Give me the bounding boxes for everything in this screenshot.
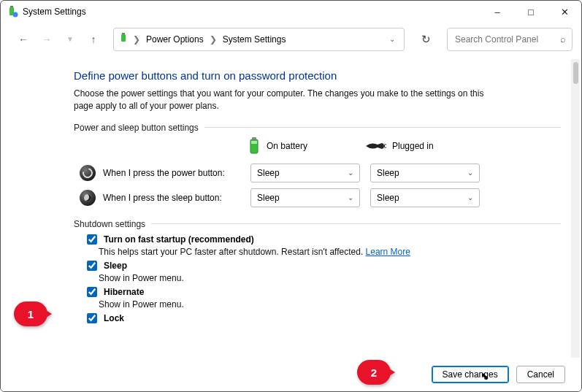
chevron-right-icon: ❯ — [210, 34, 217, 45]
breadcrumb-system-settings[interactable]: System Settings — [220, 33, 289, 46]
sleep-desc: Show in Power menu. — [99, 273, 561, 283]
svg-rect-7 — [251, 141, 257, 144]
power-battery-select[interactable]: Sleep ⌄ — [250, 164, 360, 182]
maximize-button[interactable]: □ — [514, 1, 548, 23]
chevron-down-icon: ⌄ — [348, 193, 353, 201]
save-button[interactable]: Save changes — [432, 366, 509, 383]
window-title: System Settings — [23, 7, 86, 17]
minimize-button[interactable]: – — [480, 1, 514, 23]
address-icon — [118, 32, 130, 46]
content-area: Define power buttons and turn on passwor… — [1, 59, 581, 358]
close-button[interactable]: ✕ — [548, 1, 581, 23]
recent-dropdown[interactable]: ▼ — [61, 30, 80, 49]
lock-checkbox[interactable] — [87, 313, 97, 323]
app-icon — [7, 6, 18, 18]
hibernate-desc: Show in Power menu. — [99, 299, 561, 310]
svg-rect-8 — [383, 144, 386, 145]
power-plugged-select[interactable]: Sleep ⌄ — [370, 164, 480, 182]
up-button[interactable]: ↑ — [84, 30, 103, 49]
svg-rect-9 — [383, 147, 386, 148]
lock-title: Lock — [104, 313, 124, 323]
sleep-checkbox[interactable] — [87, 261, 97, 271]
annotation-2: 2 — [357, 360, 391, 385]
address-dropdown-icon[interactable]: ⌄ — [385, 35, 399, 43]
group-power-sleep: Power and sleep button settings On batte… — [74, 123, 561, 210]
col-battery-label: On battery — [267, 141, 307, 151]
battery-icon — [248, 137, 261, 155]
fast-startup-checkbox[interactable] — [87, 234, 97, 245]
group-shutdown-label: Shutdown settings — [74, 219, 145, 229]
refresh-button[interactable]: ↻ — [415, 28, 437, 50]
search-input[interactable] — [453, 34, 556, 45]
search-box[interactable]: ⌕ — [447, 28, 573, 51]
fast-startup-title: Turn on fast startup (recommended) — [104, 234, 254, 245]
divider — [204, 127, 561, 128]
chevron-right-icon: ❯ — [133, 34, 140, 45]
divider — [151, 223, 561, 224]
search-icon: ⌕ — [560, 34, 566, 45]
svg-point-2 — [13, 12, 18, 18]
column-headers: On battery Plugged in — [74, 137, 561, 155]
back-button[interactable]: ← — [14, 30, 33, 49]
option-sleep: Sleep Show in Power menu. — [84, 258, 561, 283]
hibernate-title: Hibernate — [104, 287, 144, 297]
footer: Save changes Cancel — [1, 358, 581, 391]
cancel-button[interactable]: Cancel — [516, 366, 565, 383]
plug-icon — [364, 140, 386, 152]
power-icon — [80, 165, 96, 181]
svg-rect-3 — [121, 34, 126, 42]
svg-rect-4 — [122, 33, 125, 34]
sleep-icon — [80, 190, 96, 206]
sleep-plugged-value: Sleep — [377, 193, 399, 203]
power-plugged-value: Sleep — [377, 168, 399, 178]
group-power-label: Power and sleep button settings — [74, 123, 199, 133]
option-fast-startup: Turn on fast startup (recommended) This … — [84, 232, 561, 257]
breadcrumb-power-options[interactable]: Power Options — [143, 33, 207, 46]
window-controls: – □ ✕ — [480, 1, 581, 23]
page-description: Choose the power settings that you want … — [74, 88, 497, 112]
learn-more-link[interactable]: Learn More — [366, 247, 410, 257]
col-plugged-label: Plugged in — [392, 141, 434, 151]
sleep-battery-select[interactable]: Sleep ⌄ — [250, 188, 360, 207]
power-battery-value: Sleep — [257, 168, 280, 178]
row-power-button: When I press the power button: Sleep ⌄ S… — [74, 161, 561, 185]
option-hibernate: Hibernate Show in Power menu. — [84, 285, 561, 310]
nav-toolbar: ← → ▼ ↑ ❯ Power Options ❯ System Setting… — [1, 23, 581, 55]
option-lock: Lock — [84, 311, 561, 326]
sleep-plugged-select[interactable]: Sleep ⌄ — [370, 188, 480, 207]
annotation-1: 1 — [14, 301, 47, 326]
fast-startup-desc: This helps start your PC faster after sh… — [99, 247, 366, 257]
address-bar[interactable]: ❯ Power Options ❯ System Settings ⌄ — [113, 28, 405, 51]
row-sleep-label: When I press the sleep button: — [103, 193, 222, 203]
chevron-down-icon: ⌄ — [348, 169, 353, 177]
group-shutdown: Shutdown settings Turn on fast startup (… — [74, 219, 561, 326]
forward-button[interactable]: → — [37, 30, 56, 49]
row-sleep-button: When I press the sleep button: Sleep ⌄ S… — [74, 185, 561, 210]
chevron-down-icon: ⌄ — [467, 169, 473, 177]
chevron-down-icon: ⌄ — [467, 193, 473, 201]
svg-rect-1 — [10, 6, 13, 7]
svg-rect-6 — [252, 137, 256, 139]
hibernate-checkbox[interactable] — [87, 287, 97, 297]
sleep-battery-value: Sleep — [257, 193, 280, 203]
row-power-label: When I press the power button: — [103, 168, 225, 178]
titlebar: System Settings – □ ✕ — [1, 1, 581, 23]
sleep-title: Sleep — [104, 261, 127, 271]
page-title: Define power buttons and turn on passwor… — [74, 69, 561, 82]
